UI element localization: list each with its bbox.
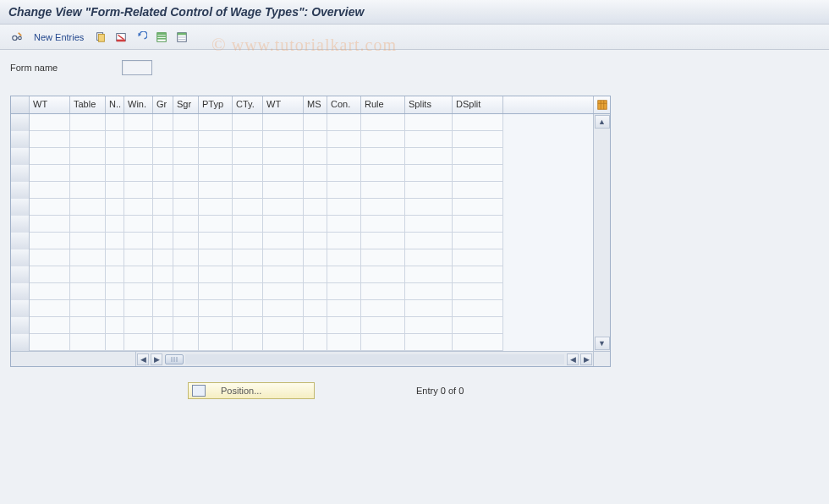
cell-con[interactable] bbox=[327, 114, 361, 131]
cell-table[interactable] bbox=[70, 334, 106, 351]
cell-dsplit[interactable] bbox=[453, 334, 503, 351]
cell-sgr[interactable] bbox=[173, 199, 199, 216]
cell-ptyp[interactable] bbox=[199, 249, 233, 266]
cell-dsplit[interactable] bbox=[453, 317, 503, 334]
cell-splits[interactable] bbox=[405, 249, 453, 266]
cell-splits[interactable] bbox=[405, 165, 453, 182]
cell-wt2[interactable] bbox=[263, 334, 304, 351]
cell-ms[interactable] bbox=[304, 148, 327, 165]
cell-ms[interactable] bbox=[304, 114, 327, 131]
cell-n[interactable] bbox=[106, 300, 124, 317]
cell-con[interactable] bbox=[327, 199, 361, 216]
cell-splits[interactable] bbox=[405, 216, 453, 233]
cell-gr[interactable] bbox=[153, 283, 173, 300]
cell-dsplit[interactable] bbox=[453, 249, 503, 266]
cell-cty[interactable] bbox=[233, 182, 263, 199]
cell-n[interactable] bbox=[106, 249, 124, 266]
cell-con[interactable] bbox=[327, 317, 361, 334]
cell-n[interactable] bbox=[106, 131, 124, 148]
cell-cty[interactable] bbox=[233, 114, 263, 131]
scroll-up-button[interactable]: ▲ bbox=[595, 115, 610, 129]
cell-con[interactable] bbox=[327, 148, 361, 165]
cell-rule[interactable] bbox=[361, 266, 405, 283]
cell-ms[interactable] bbox=[304, 300, 327, 317]
cell-cty[interactable] bbox=[233, 334, 263, 351]
cell-sgr[interactable] bbox=[173, 233, 199, 249]
cell-con[interactable] bbox=[327, 233, 361, 249]
cell-cty[interactable] bbox=[233, 216, 263, 233]
row-selector[interactable] bbox=[11, 233, 30, 249]
cell-cty[interactable] bbox=[233, 266, 263, 283]
cell-splits[interactable] bbox=[405, 182, 453, 199]
cell-rule[interactable] bbox=[361, 131, 405, 148]
cell-rule[interactable] bbox=[361, 300, 405, 317]
cell-wt1[interactable] bbox=[30, 131, 70, 148]
cell-n[interactable] bbox=[106, 317, 124, 334]
cell-rule[interactable] bbox=[361, 165, 405, 182]
cell-ptyp[interactable] bbox=[199, 283, 233, 300]
cell-dsplit[interactable] bbox=[453, 266, 503, 283]
cell-splits[interactable] bbox=[405, 283, 453, 300]
cell-sgr[interactable] bbox=[173, 165, 199, 182]
cell-win[interactable] bbox=[124, 266, 153, 283]
cell-gr[interactable] bbox=[153, 182, 173, 199]
column-header-rule[interactable]: Rule bbox=[361, 96, 405, 113]
cell-wt1[interactable] bbox=[30, 233, 70, 249]
cell-wt1[interactable] bbox=[30, 199, 70, 216]
cell-con[interactable] bbox=[327, 131, 361, 148]
cell-n[interactable] bbox=[106, 199, 124, 216]
column-header-cty[interactable]: CTy. bbox=[233, 96, 263, 113]
cell-wt1[interactable] bbox=[30, 165, 70, 182]
row-selector[interactable] bbox=[11, 283, 30, 300]
cell-win[interactable] bbox=[124, 249, 153, 266]
cell-ms[interactable] bbox=[304, 266, 327, 283]
cell-gr[interactable] bbox=[153, 300, 173, 317]
cell-wt2[interactable] bbox=[263, 300, 304, 317]
cell-sgr[interactable] bbox=[173, 266, 199, 283]
cell-cty[interactable] bbox=[233, 283, 263, 300]
hscroll-track[interactable] bbox=[185, 354, 564, 364]
cell-wt2[interactable] bbox=[263, 131, 304, 148]
column-header-splits[interactable]: Splits bbox=[405, 96, 453, 113]
scroll-down-button[interactable]: ▼ bbox=[595, 337, 610, 350]
cell-rule[interactable] bbox=[361, 199, 405, 216]
cell-ptyp[interactable] bbox=[199, 317, 233, 334]
cell-gr[interactable] bbox=[153, 334, 173, 351]
cell-n[interactable] bbox=[106, 334, 124, 351]
column-header-n[interactable]: N.. bbox=[106, 96, 124, 113]
cell-gr[interactable] bbox=[153, 266, 173, 283]
cell-wt1[interactable] bbox=[30, 249, 70, 266]
position-button[interactable]: Position... bbox=[188, 382, 315, 399]
cell-sgr[interactable] bbox=[173, 334, 199, 351]
column-header-ms[interactable]: MS bbox=[304, 96, 327, 113]
cell-splits[interactable] bbox=[405, 317, 453, 334]
column-header-con[interactable]: Con. bbox=[327, 96, 361, 113]
cell-wt1[interactable] bbox=[30, 334, 70, 351]
cell-win[interactable] bbox=[124, 165, 153, 182]
cell-rule[interactable] bbox=[361, 216, 405, 233]
cell-ptyp[interactable] bbox=[199, 216, 233, 233]
cell-wt2[interactable] bbox=[263, 216, 304, 233]
cell-win[interactable] bbox=[124, 317, 153, 334]
cell-con[interactable] bbox=[327, 249, 361, 266]
cell-splits[interactable] bbox=[405, 334, 453, 351]
cell-gr[interactable] bbox=[153, 216, 173, 233]
cell-dsplit[interactable] bbox=[453, 233, 503, 249]
cell-splits[interactable] bbox=[405, 199, 453, 216]
cell-table[interactable] bbox=[70, 131, 106, 148]
cell-n[interactable] bbox=[106, 182, 124, 199]
cell-n[interactable] bbox=[106, 148, 124, 165]
cell-ms[interactable] bbox=[304, 317, 327, 334]
cell-wt2[interactable] bbox=[263, 317, 304, 334]
cell-con[interactable] bbox=[327, 182, 361, 199]
cell-gr[interactable] bbox=[153, 131, 173, 148]
new-entries-button[interactable]: New Entries bbox=[29, 32, 89, 42]
cell-win[interactable] bbox=[124, 131, 153, 148]
column-header-gr[interactable]: Gr bbox=[153, 96, 173, 113]
hscroll-thumb[interactable] bbox=[165, 354, 184, 364]
cell-con[interactable] bbox=[327, 216, 361, 233]
cell-gr[interactable] bbox=[153, 148, 173, 165]
cell-table[interactable] bbox=[70, 182, 106, 199]
cell-ptyp[interactable] bbox=[199, 182, 233, 199]
cell-wt1[interactable] bbox=[30, 300, 70, 317]
